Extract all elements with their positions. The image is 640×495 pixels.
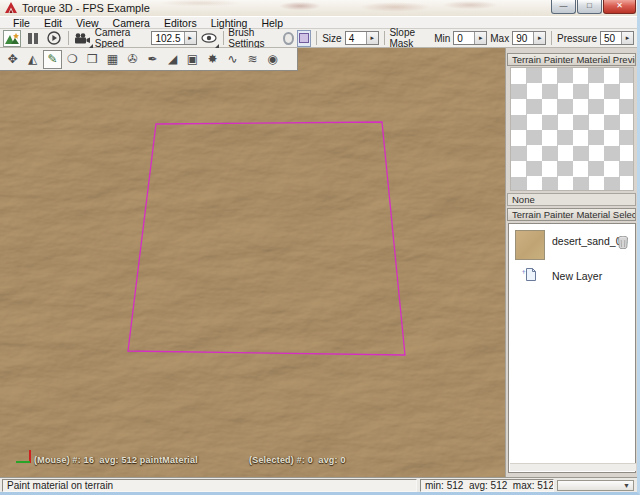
slope-max-value[interactable]: 90 (513, 33, 533, 44)
menu-item-file[interactable]: File (6, 17, 37, 29)
ramp-tool-icon: ◢ (168, 52, 177, 66)
svg-text:＋: ＋ (520, 268, 527, 275)
camera-speed-spinner-arrow-icon[interactable]: ▸ (184, 32, 196, 44)
status-bar: Paint material on terrain min: 512 avg: … (0, 477, 637, 492)
slope-max-spinner: 90 ▸ (512, 31, 546, 45)
torque-logo-icon (5, 2, 17, 14)
title-bar: Torque 3D - FPS Example — □ ✕ (0, 0, 637, 16)
slope-min-spinner: 0 ▸ (453, 31, 487, 45)
selected-stats-readout: (Selected) #: 0 avg: 0 (249, 455, 346, 465)
terrain-painter-icon: ✎ (47, 52, 57, 66)
terrain-editor-tool-button[interactable]: ◭ (23, 50, 42, 69)
camera-menu-button[interactable] (74, 30, 92, 47)
terrain-viewport[interactable]: (Mouse) #: 16 avg: 512 paintMaterial (Se… (0, 48, 505, 477)
slope-max-spinner-arrow-icon[interactable]: ▸ (533, 32, 545, 44)
slope-max-label: Max (490, 33, 509, 44)
forest-editor-tool-button[interactable]: ✸ (203, 50, 222, 69)
terrain-painter-tool-button[interactable]: ✎ (43, 50, 62, 69)
pressure-label: Pressure (557, 33, 597, 44)
gui-editor-tool-button[interactable]: ▦ (103, 50, 122, 69)
pressure-value[interactable]: 50 (601, 33, 621, 44)
forest-editor-icon: ✸ (207, 52, 217, 66)
brush-size-value[interactable]: 4 (346, 33, 366, 44)
material-editor-icon: ❍ (67, 52, 78, 66)
close-button[interactable]: ✕ (603, 0, 636, 14)
status-dropdown[interactable]: ▼ (557, 480, 634, 491)
world-editor-button[interactable] (3, 30, 21, 47)
mission-area-icon: ▣ (187, 52, 198, 66)
object-editor-icon: ✥ (7, 52, 17, 66)
toolbar-separator (551, 31, 552, 45)
brush-size-spinner-arrow-icon[interactable]: ▸ (366, 32, 378, 44)
toolbar-separator (384, 31, 385, 45)
new-layer-item[interactable]: ＋ New Layer (510, 264, 634, 288)
pressure-spinner: 50 ▸ (600, 31, 634, 45)
eye-icon (201, 33, 217, 43)
play-button[interactable] (45, 30, 63, 47)
road-path-editor-tool-button[interactable]: ∿ (223, 50, 242, 69)
material-selector-list: desert_sand_03 ＋ New Layer (508, 223, 636, 473)
decal-editor-tool-button[interactable]: ◉ (263, 50, 282, 69)
dropdown-arrow-icon: ▼ (623, 482, 630, 489)
minimize-button[interactable]: — (551, 0, 576, 14)
material-preview-canvas (510, 67, 634, 191)
toolbar-separator (223, 31, 224, 45)
slope-mask-label: Slope Mask (389, 27, 431, 49)
particle-editor-icon: ✒ (147, 52, 157, 66)
pressure-spinner-arrow-icon[interactable]: ▸ (621, 32, 633, 44)
terrain-stats-readout: min: 512 avg: 512 max: 512 (420, 479, 554, 492)
material-editor-tool-button[interactable]: ❍ (63, 50, 82, 69)
visibility-menu-button[interactable] (200, 30, 218, 47)
menu-item-editors[interactable]: Editors (157, 17, 204, 29)
shape-editor-tool-button[interactable]: ❒ (83, 50, 102, 69)
material-preview-name: None (507, 193, 636, 206)
brush-size-spinner: 4 ▸ (345, 31, 379, 45)
camera-speed-value[interactable]: 102.5 (152, 33, 183, 44)
brush-box-icon (299, 33, 309, 43)
landscape-icon (5, 32, 19, 44)
brush-shape-box-button[interactable] (297, 30, 311, 47)
window-title: Torque 3D - FPS Example (22, 2, 150, 14)
play-icon (47, 31, 61, 45)
terrain-editor-icon: ◭ (28, 52, 37, 66)
material-selector-header: Terrain Painter Material Selector (507, 208, 636, 221)
status-message: Paint material on terrain (2, 479, 417, 492)
river-editor-icon: ≋ (247, 52, 257, 66)
object-editor-tool-button[interactable]: ✥ (3, 50, 22, 69)
layout-columns-button[interactable] (24, 30, 42, 47)
mouse-stats-readout: (Mouse) #: 16 avg: 512 paintMaterial (34, 455, 198, 465)
brush-shape-ellipse-button[interactable] (283, 32, 294, 45)
columns-icon (28, 33, 38, 44)
material-list-item[interactable]: desert_sand_03 (510, 227, 634, 263)
camera-dropdown-arrow-icon (89, 44, 93, 48)
camera-icon (74, 33, 91, 44)
river-editor-tool-button[interactable]: ≋ (243, 50, 262, 69)
toolbar-separator (68, 31, 69, 45)
material-name-label: desert_sand_03 (552, 235, 627, 247)
road-path-editor-icon: ∿ (227, 52, 237, 66)
shape-editor-icon: ❒ (87, 52, 98, 66)
toolbar-separator (316, 31, 317, 45)
slope-min-spinner-arrow-icon[interactable]: ▸ (474, 32, 486, 44)
material-list-hscrollbar[interactable] (510, 463, 636, 471)
particle-editor-tool-button[interactable]: ✒ (143, 50, 162, 69)
material-thumbnail (515, 230, 545, 260)
main-toolbar: Camera Speed 102.5 ▸ Brush Settings Size… (0, 29, 637, 48)
editor-tools-toolbar: ✥ ◭ ✎ ❍ ❒ ▦ ✇ ✒ ◢ ▣ ✸ ∿ ≋ ◉ (0, 48, 298, 71)
datablock-editor-tool-button[interactable]: ✇ (123, 50, 142, 69)
slope-min-label: Min (434, 33, 450, 44)
datablock-editor-icon: ✇ (127, 52, 137, 66)
axis-gizmo-x-icon (16, 461, 30, 463)
menu-item-edit[interactable]: Edit (37, 17, 69, 29)
mission-area-editor-tool-button[interactable]: ▣ (183, 50, 202, 69)
terrain-painter-panel: Terrain Painter Material Preview None Te… (505, 48, 637, 477)
size-label: Size (322, 33, 341, 44)
decal-editor-icon: ◉ (267, 52, 277, 66)
slope-min-value[interactable]: 0 (454, 33, 474, 44)
new-layer-icon: ＋ (520, 267, 538, 282)
maximize-button[interactable]: □ (577, 0, 602, 14)
brush-settings-label: Brush Settings (228, 27, 280, 49)
ramp-tool-button[interactable]: ◢ (163, 50, 182, 69)
terrain-render (0, 48, 505, 477)
delete-material-icon[interactable] (618, 236, 628, 249)
